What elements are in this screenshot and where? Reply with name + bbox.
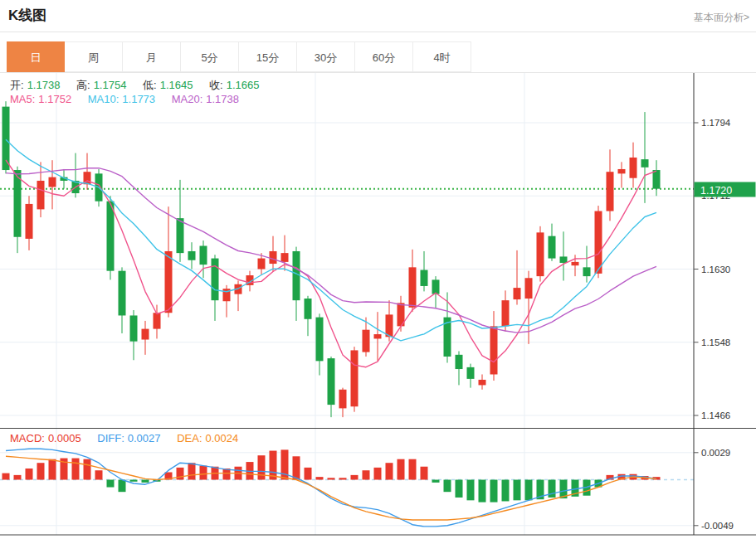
svg-text:0.0029: 0.0029	[701, 448, 730, 458]
tab-week[interactable]: 周	[65, 41, 123, 72]
svg-text:1.1630: 1.1630	[701, 265, 730, 274]
svg-text:1.1720: 1.1720	[700, 185, 732, 197]
tab-day[interactable]: 日	[7, 41, 65, 72]
tab-5min[interactable]: 5分	[181, 41, 239, 72]
fundamental-analysis-link[interactable]: 基本面分析>	[694, 11, 749, 25]
tab-4hour[interactable]: 4时	[413, 41, 471, 72]
dea-line	[6, 456, 656, 520]
diff-line	[6, 449, 656, 527]
kline-app: K线图 基本面分析> 日 周 月 5分 15分 30分 60分 4时 开:1.1…	[0, 0, 756, 539]
svg-text:1.1466: 1.1466	[701, 410, 730, 420]
macd-histogram	[2, 449, 661, 502]
candles-layer	[2, 101, 661, 417]
tab-15min[interactable]: 15分	[239, 41, 297, 72]
current-price-badge: 1.1720	[695, 182, 756, 197]
tab-30min[interactable]: 30分	[297, 41, 355, 72]
page-header: K线图 基本面分析>	[0, 0, 756, 32]
tab-60min[interactable]: 60分	[355, 41, 413, 72]
kline-chart[interactable]: 1.17941.17121.16301.15481.14660.0029-0.0…	[0, 0, 756, 539]
tab-month[interactable]: 月	[123, 41, 181, 72]
page-title: K线图	[8, 6, 46, 25]
svg-text:1.1548: 1.1548	[701, 337, 730, 347]
svg-text:-0.0049: -0.0049	[701, 521, 734, 531]
svg-text:1.1794: 1.1794	[701, 118, 731, 128]
period-tabs: 日 周 月 5分 15分 30分 60分 4时	[7, 41, 471, 72]
price-axis-labels: 1.17941.17121.16301.15481.14660.0029-0.0…	[694, 118, 734, 531]
